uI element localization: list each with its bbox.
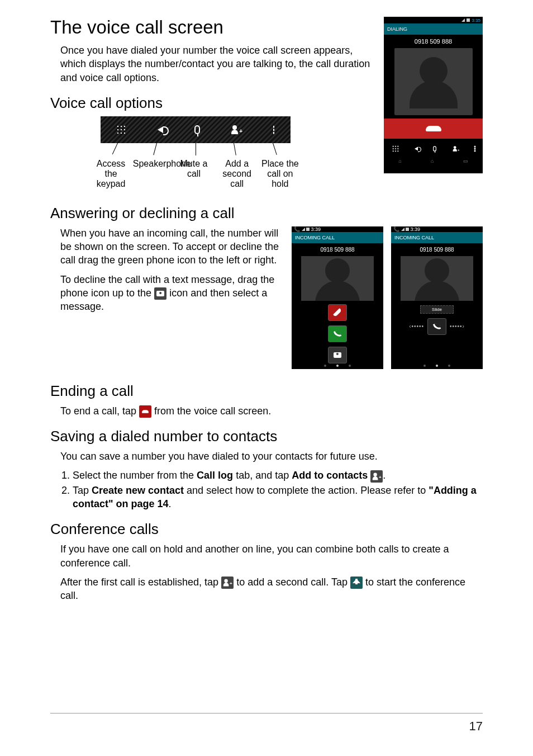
conference-p2: After the first call is established, tap… bbox=[60, 575, 483, 603]
message-decline-button[interactable]: ☻ bbox=[328, 347, 347, 363]
phone-number: 0918 509 888 bbox=[292, 243, 383, 256]
hangup-icon bbox=[139, 405, 151, 418]
status-bar: 3:35 bbox=[384, 17, 483, 23]
phone-header: DIALING bbox=[384, 23, 483, 35]
text-fragment: Select the number from the bbox=[73, 470, 197, 481]
merge-calls-icon bbox=[350, 577, 363, 589]
mute-icon[interactable] bbox=[433, 146, 436, 152]
heading-ending: Ending a call bbox=[50, 382, 483, 400]
answering-p2: To decline the call with a text message,… bbox=[60, 273, 280, 314]
heading-answering: Answering or declining a call bbox=[50, 205, 483, 222]
recent-icon[interactable]: ▭ bbox=[463, 158, 468, 164]
more-icon[interactable] bbox=[273, 125, 275, 134]
phone-screenshot-dialing: 3:35 DIALING 0918 509 888 + ⌂ ⌂ ▭ bbox=[384, 17, 483, 173]
nav-bar: ⌂ ⌂ ▭ bbox=[384, 157, 483, 166]
text-fragment: To end a call, tap bbox=[60, 405, 139, 417]
signal-icon bbox=[461, 18, 465, 22]
phone-icon: 📞 bbox=[294, 226, 300, 232]
text-fragment: tab, and tap bbox=[233, 470, 292, 481]
heading-saving: Saving a dialed number to contacts bbox=[50, 428, 483, 445]
message-icon: ☻ bbox=[334, 352, 341, 358]
text-fragment: from the voice call screen. bbox=[154, 405, 271, 417]
contact-avatar bbox=[401, 256, 473, 301]
speaker-icon[interactable] bbox=[158, 126, 163, 133]
page-dots bbox=[292, 365, 383, 369]
saving-p1: You can save a number you have dialed to… bbox=[60, 450, 483, 463]
answer-button[interactable] bbox=[328, 325, 347, 342]
status-time: 3:39 bbox=[411, 226, 421, 232]
phone-number: 0918 509 888 bbox=[384, 35, 483, 48]
signal-icon bbox=[401, 228, 404, 231]
battery-icon bbox=[406, 228, 409, 231]
slide-dots-left: ‹••••• bbox=[409, 323, 424, 329]
text-fragment: to add a second call. Tap bbox=[236, 577, 350, 588]
saving-step-2: Tap Create new contact and select how to… bbox=[73, 484, 483, 511]
saving-steps: Select the number from the Call log tab,… bbox=[50, 469, 483, 511]
hangup-icon bbox=[333, 308, 342, 317]
signal-icon bbox=[302, 228, 305, 231]
add-contact-icon: + bbox=[370, 470, 383, 483]
saving-step-1: Select the number from the Call log tab,… bbox=[73, 469, 483, 482]
bold-add-to-contacts: Add to contacts bbox=[292, 470, 368, 481]
status-bar: 📞 3:39 bbox=[391, 226, 483, 232]
phone-number: 0918 509 888 bbox=[391, 243, 483, 256]
keypad-icon[interactable] bbox=[116, 125, 126, 135]
phone-header: INCOMING CALL bbox=[391, 232, 483, 243]
phone-icon bbox=[334, 330, 342, 338]
ending-p1: To end a call, tap from the voice call s… bbox=[60, 404, 483, 418]
answer-slide-handle[interactable] bbox=[427, 318, 446, 335]
decline-button[interactable] bbox=[328, 304, 347, 321]
home-icon[interactable]: ⌂ bbox=[431, 158, 434, 164]
battery-icon bbox=[306, 228, 310, 231]
heading-voice-call-options: Voice call options bbox=[50, 94, 373, 112]
battery-icon bbox=[467, 18, 470, 22]
more-icon[interactable] bbox=[474, 145, 476, 152]
mute-icon[interactable] bbox=[194, 125, 200, 134]
text-fragment: and select how to complete the action. P… bbox=[184, 485, 429, 496]
slide-label: Slide bbox=[420, 305, 454, 314]
status-bar: 📞 3:39 bbox=[292, 226, 383, 232]
label-mute: Mute a call bbox=[173, 159, 215, 189]
keypad-icon[interactable] bbox=[392, 145, 399, 153]
label-speaker: Speakerphone bbox=[133, 159, 172, 189]
bold-create-contact: Create new contact bbox=[92, 485, 184, 496]
add-call-icon[interactable]: + bbox=[453, 146, 459, 152]
phone-header: INCOMING CALL bbox=[292, 232, 383, 243]
page-dots bbox=[391, 365, 483, 369]
slide-control[interactable]: ‹••••• •••••› bbox=[391, 318, 483, 335]
voice-call-options-strip: + bbox=[101, 116, 291, 143]
add-call-icon: + bbox=[221, 577, 234, 589]
call-options-bar: + bbox=[384, 141, 483, 157]
phone-screenshot-incoming-slide: 📞 3:39 INCOMING CALL 0918 509 888 Slide … bbox=[391, 226, 483, 369]
speaker-icon[interactable] bbox=[415, 147, 418, 150]
hangup-button[interactable] bbox=[384, 119, 483, 139]
message-icon: ☻ bbox=[154, 287, 166, 300]
bold-calllog: Call log bbox=[197, 470, 233, 481]
slide-dots-right: •••••› bbox=[450, 323, 465, 329]
label-hold: Place the call on hold bbox=[259, 159, 301, 189]
hangup-icon bbox=[426, 126, 441, 131]
heading-conference: Conference calls bbox=[50, 521, 483, 538]
contact-avatar bbox=[394, 48, 473, 115]
answering-p1: When you have an incoming call, the numb… bbox=[60, 226, 280, 267]
text-fragment: Tap bbox=[73, 485, 92, 496]
label-keypad: Access the keypad bbox=[90, 159, 132, 189]
page-number: 17 bbox=[469, 719, 483, 733]
add-call-icon[interactable]: + bbox=[231, 125, 241, 134]
callout-lines bbox=[101, 143, 291, 155]
text-fragment: . bbox=[383, 470, 386, 481]
contact-avatar bbox=[301, 256, 374, 301]
page-footer: 17 bbox=[50, 713, 483, 734]
phone-icon: 📞 bbox=[393, 226, 399, 232]
label-add: Add a second call bbox=[216, 159, 258, 189]
back-icon[interactable]: ⌂ bbox=[398, 158, 401, 164]
phone-icon bbox=[433, 323, 441, 331]
voice-call-intro: Once you have dialed your number the voi… bbox=[60, 44, 373, 84]
status-time: 3:35 bbox=[472, 18, 480, 23]
status-time: 3:39 bbox=[311, 226, 321, 232]
text-fragment: After the first call is established, tap bbox=[60, 577, 221, 588]
phone-screenshot-incoming-vertical: 📞 3:39 INCOMING CALL 0918 509 888 ☻ bbox=[292, 226, 383, 369]
heading-voice-call-screen: The voice call screen bbox=[50, 17, 373, 38]
conference-p1: If you have one call on hold and another… bbox=[60, 542, 483, 570]
callout-labels: Access the keypad Speakerphone Mute a ca… bbox=[89, 159, 302, 189]
